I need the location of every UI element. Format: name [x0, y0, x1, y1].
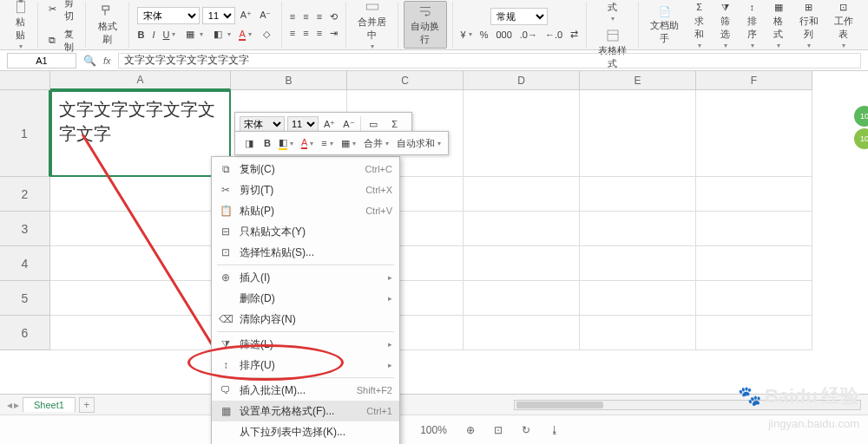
- decrease-decimal-button[interactable]: ←.0: [542, 28, 565, 42]
- increase-font-button[interactable]: A⁺: [238, 8, 254, 23]
- cut-button[interactable]: ✂剪切: [43, 0, 80, 24]
- fx-icon[interactable]: fx: [103, 56, 111, 66]
- wrap-text-button[interactable]: 自动换行: [404, 1, 446, 49]
- sheet-tab[interactable]: Sheet1: [23, 397, 76, 412]
- mini-bold[interactable]: B: [261, 136, 273, 150]
- cell[interactable]: [696, 246, 812, 281]
- select-all-corner[interactable]: [0, 71, 50, 90]
- fill-color-button[interactable]: ◧▾: [208, 26, 233, 43]
- mini-merge-button[interactable]: ▭: [364, 115, 383, 133]
- clear-format-button[interactable]: ◇: [257, 26, 276, 43]
- align-right-button[interactable]: ≡: [314, 26, 325, 40]
- sort-button[interactable]: ↕排序▾: [740, 0, 764, 51]
- row-header[interactable]: 3: [0, 212, 50, 246]
- cell[interactable]: [696, 281, 812, 316]
- horizontal-scrollbar[interactable]: [514, 400, 861, 410]
- align-top-button[interactable]: ≡: [287, 10, 298, 23]
- mini-size-select[interactable]: 11: [287, 116, 319, 132]
- menu-delete[interactable]: 删除(D)▸: [212, 288, 399, 309]
- align-left-button[interactable]: ≡: [287, 26, 298, 40]
- font-color-button[interactable]: A▾: [236, 27, 253, 42]
- comma-button[interactable]: 000: [493, 28, 514, 42]
- menu-sort[interactable]: ↕排序(U)▸: [212, 355, 399, 375]
- cell[interactable]: [696, 177, 812, 212]
- cell[interactable]: [580, 316, 696, 350]
- cell[interactable]: [580, 212, 696, 246]
- italic-button[interactable]: I: [149, 28, 157, 42]
- row-header[interactable]: 4: [0, 246, 50, 281]
- cell-a1[interactable]: 文字文字文字文字文字文字: [50, 90, 231, 177]
- zoom-level[interactable]: 100%: [420, 424, 447, 436]
- cell[interactable]: [696, 212, 812, 246]
- mini-format-painter[interactable]: ◨: [240, 134, 259, 152]
- paste-button[interactable]: 粘贴▾: [9, 0, 32, 52]
- cell[interactable]: [464, 212, 580, 246]
- mini-merge[interactable]: 合并▾: [361, 135, 391, 152]
- cell[interactable]: [696, 316, 812, 350]
- menu-cell-format[interactable]: ▦设置单元格格式(F)...Ctrl+1: [212, 401, 399, 421]
- menu-paste[interactable]: 📋粘贴(P)Ctrl+V: [212, 200, 399, 221]
- cell[interactable]: [50, 281, 231, 316]
- border-button[interactable]: ▦▾: [181, 26, 206, 43]
- add-sheet-button[interactable]: +: [79, 397, 95, 413]
- mini-align[interactable]: ≡▾: [319, 136, 335, 150]
- mini-font-select[interactable]: 宋体: [240, 116, 285, 132]
- number-format-select[interactable]: 常规: [490, 8, 548, 25]
- cell[interactable]: [580, 246, 696, 281]
- mini-border[interactable]: ▦▾: [339, 136, 358, 151]
- column-header[interactable]: A: [50, 71, 231, 90]
- mini-autosum-button[interactable]: Σ: [385, 115, 404, 133]
- percent-button[interactable]: %: [477, 28, 491, 42]
- increase-decimal-button[interactable]: .0→: [517, 28, 540, 42]
- font-family-select[interactable]: 宋体: [137, 7, 200, 24]
- column-header[interactable]: E: [580, 71, 696, 90]
- cell[interactable]: [464, 281, 580, 316]
- worksheet-button[interactable]: ⊡工作表▾: [827, 0, 859, 51]
- cell[interactable]: [580, 177, 696, 212]
- align-bottom-button[interactable]: ≡: [314, 10, 325, 23]
- column-header[interactable]: C: [347, 71, 464, 90]
- refresh-button[interactable]: ↻: [522, 424, 530, 436]
- mini-decrease-font[interactable]: A⁻: [340, 117, 357, 132]
- mini-increase-font[interactable]: A⁺: [321, 117, 338, 132]
- indent-button[interactable]: ⇥: [327, 26, 340, 41]
- name-box-input[interactable]: [7, 53, 76, 69]
- cell[interactable]: [50, 212, 231, 246]
- align-center-button[interactable]: ≡: [300, 26, 311, 40]
- row-header[interactable]: 6: [0, 316, 50, 350]
- menu-paste-special[interactable]: ⊡选择性粘贴(S)...: [212, 242, 399, 263]
- rowcol-button[interactable]: ⊞行和列▾: [792, 0, 825, 51]
- cell[interactable]: [580, 281, 696, 316]
- menu-clear[interactable]: ⌫清除内容(N): [212, 309, 399, 330]
- format-painter-button[interactable]: 格式刷: [91, 2, 123, 48]
- underline-button[interactable]: U▾: [160, 28, 178, 42]
- cell[interactable]: [580, 90, 696, 177]
- filter-button[interactable]: ⧩筛选▾: [713, 0, 737, 51]
- orientation-button[interactable]: ⟲: [327, 10, 340, 24]
- font-size-select[interactable]: 11: [202, 7, 235, 24]
- row-header[interactable]: 1: [0, 90, 50, 177]
- formula-input[interactable]: 文字文字文字文字文字文字: [118, 53, 861, 69]
- menu-cut[interactable]: ✂剪切(T)Ctrl+X: [212, 180, 399, 200]
- conditional-format-button[interactable]: 条件格式▾: [592, 0, 633, 24]
- bold-button[interactable]: B: [135, 28, 147, 42]
- menu-copy[interactable]: ⧉复制(C)Ctrl+C: [212, 159, 399, 180]
- doc-assistant-button[interactable]: 📄文档助手: [644, 3, 685, 47]
- mini-autosum[interactable]: 自动求和▾: [394, 135, 444, 152]
- align-middle-button[interactable]: ≡: [300, 10, 311, 23]
- tab-nav[interactable]: ◂▸: [7, 399, 19, 411]
- cell[interactable]: [50, 177, 231, 212]
- cell[interactable]: [50, 316, 231, 350]
- column-header[interactable]: B: [231, 71, 347, 90]
- decrease-font-button[interactable]: A⁻: [257, 8, 273, 23]
- menu-filter[interactable]: ⧩筛选(L)▸: [212, 334, 399, 355]
- cell[interactable]: [464, 177, 580, 212]
- row-header[interactable]: 5: [0, 281, 50, 316]
- menu-paste-text[interactable]: ⊟只粘贴文本(Y): [212, 221, 399, 242]
- merge-center-button[interactable]: 合并居中▾: [352, 0, 392, 52]
- search-icon[interactable]: 🔍: [83, 55, 96, 67]
- row-header[interactable]: 2: [0, 177, 50, 212]
- cell[interactable]: [696, 90, 812, 177]
- menu-pick-dropdown[interactable]: 从下拉列表中选择(K)...: [212, 421, 399, 442]
- copy-button[interactable]: ⧉复制: [43, 26, 80, 56]
